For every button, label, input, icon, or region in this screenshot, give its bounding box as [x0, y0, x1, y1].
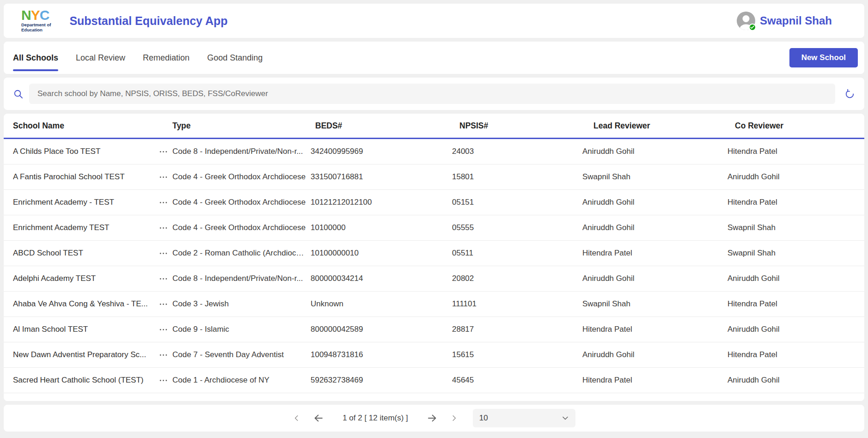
npsis-cell: 111101 [452, 299, 582, 309]
row-more-options-button[interactable] [159, 150, 167, 154]
table-row[interactable]: Enrichment Academy TEST Code 4 - Greek O… [4, 215, 864, 241]
table-row[interactable]: Ahaba Ve Ahva Cong & Yeshiva - TE... Cod… [4, 292, 864, 317]
row-more-options-button[interactable] [159, 201, 167, 205]
table-row[interactable]: A Childs Place Too TEST Code 8 - Indepen… [4, 139, 864, 164]
chevron-right-icon [450, 414, 458, 422]
school-name-cell[interactable]: A Fantis Parochial School TEST [13, 172, 159, 182]
tab-all-schools[interactable]: All Schools [13, 42, 58, 74]
more-horizontal-icon [159, 328, 167, 331]
beds-cell: 331500716881 [311, 172, 452, 182]
type-cell: Code 8 - Independent/Private/Non-r... [172, 274, 311, 283]
user-menu[interactable]: Swapnil Shah [737, 12, 832, 30]
avatar[interactable] [737, 12, 755, 30]
row-more-options-button[interactable] [159, 251, 167, 256]
school-name-cell[interactable]: Sacred Heart Catholic School (TEST) [13, 376, 159, 385]
beds-cell: 800000034214 [311, 274, 452, 283]
logo-letter-y: Y [31, 7, 40, 23]
co-reviewer-cell: Hitendra Patel [727, 198, 855, 207]
school-name-cell[interactable]: Enrichment Academy TEST [13, 223, 159, 232]
tab-remediation[interactable]: Remediation [143, 42, 189, 74]
co-reviewer-cell: Aniruddh Gohil [727, 325, 855, 334]
co-reviewer-cell: Hitendra Patel [727, 299, 855, 309]
school-name-cell[interactable]: Al Iman School TEST [13, 325, 159, 334]
chevron-down-icon [562, 414, 569, 422]
more-horizontal-icon [159, 151, 167, 153]
table-row[interactable]: ABCD School TEST Code 2 - Roman Catholic… [4, 241, 864, 266]
column-header-type[interactable]: Type [172, 121, 311, 131]
column-header-co-reviewer[interactable]: Co Reviewer [727, 121, 855, 131]
next-page-button[interactable] [427, 413, 438, 424]
lead-reviewer-cell: Aniruddh Gohil [582, 147, 727, 156]
type-cell: Code 4 - Greek Orthodox Archdiocese [172, 223, 311, 232]
type-cell: Code 8 - Independent/Private/Non-r... [172, 147, 311, 156]
row-more-options-button[interactable] [159, 302, 167, 306]
page-size-value: 10 [479, 414, 488, 423]
arrow-left-icon [313, 413, 324, 424]
type-cell: Code 4 - Greek Orthodox Archdiocese [172, 198, 311, 207]
row-more-options-button[interactable] [159, 353, 167, 357]
arrow-right-icon [427, 413, 438, 424]
beds-cell: Unknown [311, 299, 452, 309]
beds-cell: 100948731816 [311, 350, 452, 359]
school-name-cell[interactable]: New Dawn Adventist Preparatory Sc... [13, 350, 159, 359]
column-header-beds[interactable]: BEDS# [311, 121, 452, 131]
app-header: NYC Department of Education Substantial … [4, 4, 864, 38]
row-more-options-button[interactable] [159, 226, 167, 230]
co-reviewer-cell: Swapnil Shah [727, 223, 855, 232]
type-cell: Code 2 - Roman Catholic (Archdioce... [172, 249, 311, 258]
last-page-button[interactable] [450, 414, 458, 422]
tab-good-standing[interactable]: Good Standing [207, 42, 263, 74]
co-reviewer-cell: Aniruddh Gohil [727, 376, 855, 385]
co-reviewer-cell: Swapnil Shah [727, 249, 855, 258]
tab-bar: All Schools Local Review Remediation Goo… [4, 42, 864, 74]
table-row[interactable]: Sacred Heart Catholic School (TEST) Code… [4, 368, 864, 393]
tab-local-review[interactable]: Local Review [76, 42, 125, 74]
search-icon [13, 89, 24, 99]
search-input[interactable] [29, 84, 835, 104]
refresh-button[interactable] [844, 89, 855, 99]
school-name-cell[interactable]: Adelphi Academy TEST [13, 274, 159, 283]
row-more-options-button[interactable] [159, 328, 167, 332]
refresh-icon [844, 89, 855, 99]
npsis-cell: 05511 [452, 249, 582, 258]
first-page-button[interactable] [293, 414, 301, 422]
npsis-cell: 28817 [452, 325, 582, 334]
school-name-cell[interactable]: A Childs Place Too TEST [13, 147, 159, 156]
chevron-left-icon [293, 414, 301, 422]
co-reviewer-cell: Aniruddh Gohil [727, 274, 855, 283]
row-more-options-button[interactable] [159, 277, 167, 281]
npsis-cell: 05555 [452, 223, 582, 232]
type-cell: Code 1 - Archdiocese of NY [172, 376, 311, 385]
lead-reviewer-cell: Hitendra Patel [582, 249, 727, 258]
page-size-dropdown[interactable]: 10 [473, 409, 575, 427]
column-header-school-name[interactable]: School Name [13, 121, 159, 131]
column-header-lead-reviewer[interactable]: Lead Reviewer [582, 121, 727, 131]
type-cell: Code 4 - Greek Orthodox Archdiocese [172, 172, 311, 182]
table-row[interactable]: Enrichment Academy - TEST Code 4 - Greek… [4, 190, 864, 215]
more-horizontal-icon [159, 227, 167, 229]
beds-cell: 10100000010 [311, 249, 452, 258]
beds-cell: 592632738469 [311, 376, 452, 385]
previous-page-button[interactable] [313, 413, 324, 424]
row-more-options-button[interactable] [159, 175, 167, 179]
table-body: A Childs Place Too TEST Code 8 - Indepen… [4, 139, 864, 393]
npsis-cell: 15801 [452, 172, 582, 182]
row-more-options-button[interactable] [159, 378, 167, 383]
more-horizontal-icon [159, 278, 167, 280]
table-row[interactable]: Al Iman School TEST Code 9 - Islamic 800… [4, 317, 864, 342]
lead-reviewer-cell: Aniruddh Gohil [582, 350, 727, 359]
npsis-cell: 15615 [452, 350, 582, 359]
nyc-logo-letters: NYC [21, 9, 51, 22]
table-row[interactable]: New Dawn Adventist Preparatory Sc... Cod… [4, 342, 864, 368]
new-school-button[interactable]: New School [789, 48, 858, 67]
table-row[interactable]: A Fantis Parochial School TEST Code 4 - … [4, 164, 864, 190]
column-header-npsis[interactable]: NPSIS# [452, 121, 582, 131]
lead-reviewer-cell: Aniruddh Gohil [582, 198, 727, 207]
school-name-cell[interactable]: Enrichment Academy - TEST [13, 198, 159, 207]
more-horizontal-icon [159, 201, 167, 204]
beds-cell: 800000042589 [311, 325, 452, 334]
school-name-cell[interactable]: ABCD School TEST [13, 249, 159, 258]
table-row[interactable]: Adelphi Academy TEST Code 8 - Independen… [4, 266, 864, 292]
npsis-cell: 20802 [452, 274, 582, 283]
school-name-cell[interactable]: Ahaba Ve Ahva Cong & Yeshiva - TE... [13, 299, 159, 309]
